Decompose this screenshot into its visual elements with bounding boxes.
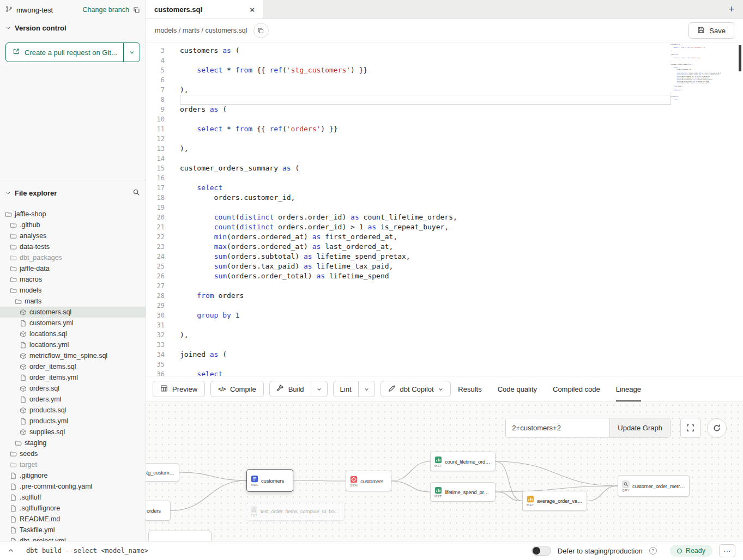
- tree-item-models[interactable]: models: [0, 285, 146, 296]
- tab-customers-sql[interactable]: customers.sql ×: [146, 0, 263, 19]
- code-line-9[interactable]: orders as (: [180, 105, 671, 114]
- code-line-30[interactable]: group by 1: [180, 311, 671, 320]
- code-line-17[interactable]: select: [180, 183, 671, 193]
- change-branch-link[interactable]: Change branch: [83, 6, 129, 14]
- code-line-23[interactable]: max(orders.ordered_at) as last_ordered_a…: [180, 242, 671, 252]
- editor-scrollbar[interactable]: [739, 45, 741, 71]
- tree-item-Taskfile.yml[interactable]: Taskfile.yml: [0, 525, 146, 535]
- tree-item-.pre-commit-config.yaml[interactable]: .pre-commit-config.yaml: [0, 481, 146, 492]
- code-line-27[interactable]: [180, 281, 671, 291]
- code-line-13[interactable]: ),: [180, 144, 671, 154]
- defer-toggle[interactable]: [531, 546, 551, 556]
- close-icon[interactable]: ×: [250, 5, 255, 14]
- tree-item-analyses[interactable]: analyses: [0, 230, 146, 241]
- help-icon[interactable]: ?: [649, 547, 657, 555]
- tree-item-data-tests[interactable]: data-tests: [0, 241, 146, 252]
- code-line-11[interactable]: select * from {{ ref('orders') }}: [180, 124, 671, 134]
- create-pr-button[interactable]: Create a pull request on Git...: [5, 42, 140, 62]
- tree-item-.sqlfluffignore[interactable]: .sqlfluffignore: [0, 503, 146, 514]
- tab-code-quality[interactable]: Code quality: [498, 376, 537, 401]
- lineage-node-test_node[interactable]: TSTtest_order_items_compute_to_bools...: [246, 502, 345, 521]
- version-control-header[interactable]: Version control: [0, 20, 146, 36]
- tree-item-.github[interactable]: .github: [0, 220, 146, 230]
- code-line-15[interactable]: customer_orders_summary as (: [180, 163, 671, 173]
- code-line-31[interactable]: [180, 320, 671, 330]
- code-lines[interactable]: customers as ( select * from {{ ref('stg…: [172, 42, 671, 376]
- tree-item-order_items.sql[interactable]: order_items.sql: [0, 361, 146, 372]
- tree-item-products.sql[interactable]: products.sql: [0, 405, 146, 416]
- search-icon[interactable]: [132, 188, 140, 198]
- tree-item-dbt_packages[interactable]: dbt_packages: [0, 252, 146, 263]
- tree-item-order_items.yml[interactable]: order_items.yml: [0, 372, 146, 383]
- code-line-22[interactable]: min(orders.ordered_at) as first_ordered_…: [180, 232, 671, 242]
- tab-results[interactable]: Results: [458, 376, 481, 401]
- lint-dropdown[interactable]: [358, 381, 374, 397]
- tab-compiled-code[interactable]: Compiled code: [553, 376, 600, 401]
- code-line-33[interactable]: [180, 340, 671, 350]
- lineage-search-input[interactable]: [506, 418, 609, 437]
- tree-item-.sqlfluff[interactable]: .sqlfluff: [0, 492, 146, 503]
- create-pr-dropdown[interactable]: [123, 43, 140, 62]
- panel-collapse-button[interactable]: [8, 547, 14, 554]
- build-button[interactable]: Build: [270, 381, 311, 397]
- tree-item-customers.sql[interactable]: customers.sql: [0, 307, 146, 318]
- status-badge[interactable]: Ready: [670, 545, 712, 557]
- update-graph-button[interactable]: Update Graph: [609, 418, 670, 437]
- code-line-19[interactable]: [180, 203, 671, 212]
- tab-lineage[interactable]: Lineage: [616, 376, 641, 401]
- dbt-copilot-button[interactable]: dbt Copilot: [380, 381, 451, 397]
- tree-item-locations.sql[interactable]: locations.sql: [0, 328, 146, 339]
- tree-item-metricflow_time_spine.sql[interactable]: metricflow_time_spine.sql: [0, 350, 146, 361]
- lineage-node-customers_semantic[interactable]: SEMcustomers: [346, 471, 391, 491]
- code-line-4[interactable]: [180, 56, 671, 65]
- code-line-12[interactable]: [180, 134, 671, 144]
- tree-item-seeds[interactable]: seeds: [0, 448, 146, 459]
- fullscreen-button[interactable]: [680, 418, 700, 438]
- tree-item-jaffle-data[interactable]: jaffle-data: [0, 263, 146, 274]
- code-line-32[interactable]: ),: [180, 330, 671, 340]
- minimap[interactable]: customers as ( select * from {{ ref('stg…: [670, 44, 721, 101]
- tree-item-products.yml[interactable]: products.yml: [0, 416, 146, 427]
- lineage-node-lifetime_spend_pretax[interactable]: METlifetime_spend_pretax: [430, 482, 496, 502]
- code-line-20[interactable]: count(distinct orders.order_id) as count…: [180, 212, 671, 222]
- tree-item-customers.yml[interactable]: customers.yml: [0, 318, 146, 328]
- code-line-5[interactable]: select * from {{ ref('stg_customers') }}: [180, 65, 671, 75]
- new-tab-button[interactable]: +: [720, 0, 743, 19]
- lineage-node-stg_customers[interactable]: MDLstg_customers: [146, 463, 179, 482]
- preview-button[interactable]: Preview: [153, 381, 205, 397]
- tree-item-target[interactable]: target: [0, 459, 146, 470]
- tree-item-orders.yml[interactable]: orders.yml: [0, 394, 146, 405]
- tree-item-supplies.sql[interactable]: supplies.sql: [0, 427, 146, 437]
- code-line-3[interactable]: customers as (: [180, 46, 671, 56]
- code-line-35[interactable]: [180, 360, 671, 369]
- tree-item-.gitignore[interactable]: .gitignore: [0, 470, 146, 481]
- tree-item-dbt_project.yml[interactable]: dbt_project.yml: [0, 535, 146, 541]
- lineage-node-partial_node[interactable]: [148, 531, 212, 541]
- compile-button[interactable]: </> Compile: [210, 381, 263, 397]
- code-line-14[interactable]: [180, 154, 671, 163]
- code-line-21[interactable]: count(distinct orders.order_id) > 1 as i…: [180, 222, 671, 232]
- code-line-10[interactable]: [180, 114, 671, 124]
- lineage-node-orders[interactable]: MDLorders: [146, 501, 171, 521]
- code-line-7[interactable]: ),: [180, 85, 671, 95]
- lineage-node-count_lifetime_orders[interactable]: METcount_lifetime_orders: [430, 452, 496, 471]
- lineage-node-customer_order_metrics[interactable]: QRYcustomer_order_metrics: [618, 475, 690, 497]
- code-line-26[interactable]: sum(orders.order_total) as lifetime_spen…: [180, 271, 671, 281]
- build-dropdown[interactable]: [311, 381, 327, 397]
- tree-item-orders.sql[interactable]: orders.sql: [0, 383, 146, 394]
- more-options-button[interactable]: ⋯: [719, 544, 735, 557]
- tree-item-marts[interactable]: marts: [0, 296, 146, 307]
- code-line-36[interactable]: select: [180, 369, 671, 376]
- tree-item-staging[interactable]: staging: [0, 437, 146, 448]
- tree-item-macros[interactable]: macros: [0, 274, 146, 285]
- code-line-25[interactable]: sum(orders.tax_paid) as lifetime_tax_pai…: [180, 261, 671, 271]
- lineage-node-customers_model[interactable]: MDLcustomers: [246, 469, 293, 492]
- tree-item-jaffle-shop[interactable]: jaffle-shop: [0, 209, 146, 220]
- code-line-16[interactable]: [180, 173, 671, 183]
- code-editor[interactable]: 3456789101112131415161718192021222324252…: [146, 42, 743, 376]
- code-line-24[interactable]: sum(orders.subtotal) as lifetime_spend_p…: [180, 252, 671, 261]
- code-line-29[interactable]: [180, 301, 671, 311]
- code-line-28[interactable]: from orders: [180, 291, 671, 301]
- code-line-34[interactable]: joined as (: [180, 350, 671, 360]
- code-line-6[interactable]: [180, 75, 671, 85]
